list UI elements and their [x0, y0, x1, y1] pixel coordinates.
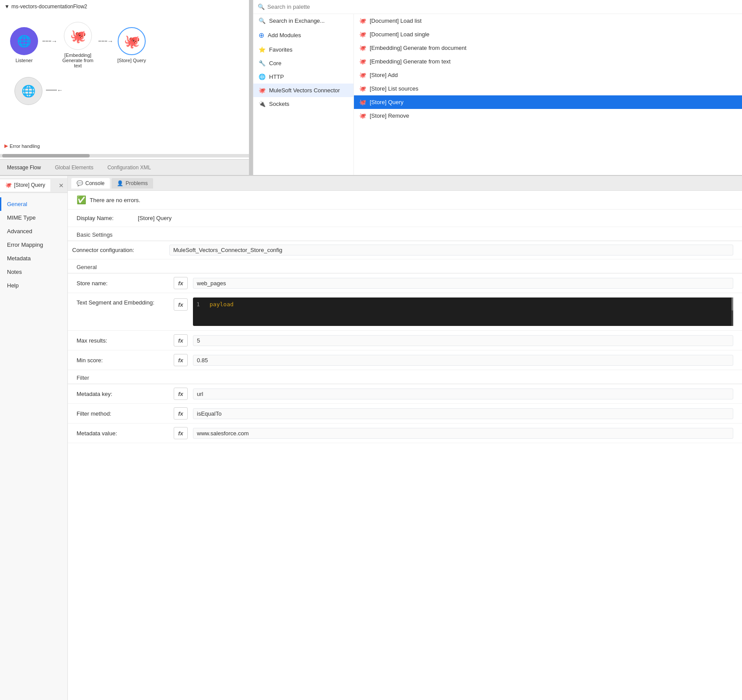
doc-load-list-icon: 🐙	[359, 18, 366, 24]
palette-item-store-query[interactable]: 🐙 [Store] Query	[354, 95, 742, 109]
palette-item-store-remove[interactable]: 🐙 [Store] Remove	[354, 109, 742, 122]
sidebar-item-general[interactable]: General	[0, 197, 67, 211]
problems-icon: 👤	[117, 180, 123, 186]
palette-search-input[interactable]	[267, 4, 738, 10]
palette-search-bar: 🔍	[253, 0, 742, 14]
sockets-label: Sockets	[269, 101, 289, 107]
max-results-label: Max results:	[72, 337, 168, 344]
max-results-value: 5	[193, 335, 733, 346]
core-label: Core	[269, 60, 281, 66]
general-section-header: General	[68, 259, 742, 273]
tab-problems[interactable]: 👤 Problems	[112, 178, 153, 189]
status-bar: ✅ There are no errors.	[68, 191, 742, 210]
error-handling-arrow: ▶	[4, 143, 8, 149]
doc-load-single-label: [Document] Load single	[370, 31, 430, 38]
filter-method-value: isEqualTo	[193, 408, 733, 419]
store-name-value: web_pages	[193, 278, 733, 289]
search-icon: 🔍	[258, 4, 265, 10]
max-results-fx-button[interactable]: fx	[174, 334, 188, 346]
code-editor[interactable]: 1 payload	[193, 298, 733, 326]
palette-item-store-add[interactable]: 🐙 [Store] Add	[354, 68, 742, 82]
palette-item-embedding-from-doc[interactable]: 🐙 [Embedding] Generate from document	[354, 41, 742, 55]
core-icon: 🔧	[259, 60, 266, 66]
line-number-1: 1	[196, 301, 205, 308]
sockets-icon: 🔌	[259, 101, 266, 107]
store-list-sources-label: [Store] List sources	[370, 85, 418, 92]
palette-item-doc-load-list[interactable]: 🐙 [Document] Load list	[354, 14, 742, 28]
flow-tabs-bar: Message Flow Global Elements Configurati…	[0, 159, 249, 175]
sidebar-item-help[interactable]: Help	[0, 279, 67, 292]
store-list-sources-icon: 🐙	[359, 85, 366, 92]
globe-icon: 🌐	[17, 35, 31, 48]
scrollbar-thumb[interactable]	[2, 154, 90, 158]
text-segment-fx-button[interactable]: fx	[174, 298, 188, 311]
horizontal-scrollbar[interactable]	[0, 154, 249, 158]
flow-canvas: ▼ ms-vectors-documentationFlow2 🌐 Listen…	[0, 0, 249, 175]
min-score-value: 0.85	[193, 355, 733, 366]
max-results-row: Max results: fx 5	[68, 331, 742, 350]
palette-item-mulesoft-vectors[interactable]: 🐙 MuleSoft Vectors Connector	[253, 84, 354, 97]
connector-config-row: Connector configuration: MuleSoft_Vector…	[68, 241, 742, 259]
status-ok-icon: ✅	[77, 195, 86, 205]
store-name-row: Store name: fx web_pages	[68, 273, 742, 293]
min-score-label: Min score:	[72, 357, 168, 364]
bottom-area: 🐙 [Store] Query ✕ General MIME Type Adva…	[0, 175, 742, 700]
tab-message-flow[interactable]: Message Flow	[0, 161, 48, 174]
palette-item-search-exchange[interactable]: 🔍 Search in Exchange...	[253, 14, 354, 28]
sidebar-item-notes[interactable]: Notes	[0, 265, 67, 279]
embedding-from-doc-icon: 🐙	[359, 45, 366, 51]
metadata-value-label: Metadata value:	[72, 430, 168, 437]
tab-global-elements[interactable]: Global Elements	[48, 161, 100, 174]
store-query-node[interactable]: 🐙 [Store] Query	[114, 27, 149, 63]
palette-item-add-modules[interactable]: ⊕ Add Modules	[253, 28, 354, 43]
sidebar-tab-bar: 🐙 [Store] Query ✕	[0, 178, 67, 193]
text-segment-row: Text Segment and Embedding: fx 1 payload	[68, 293, 742, 331]
mulesoft-vectors-icon: 🐙	[259, 87, 266, 94]
sidebar-item-error-mapping[interactable]: Error Mapping	[0, 238, 67, 252]
code-editor-scrollbar[interactable]	[732, 298, 733, 326]
flow-collapse-arrow[interactable]: ▼	[4, 4, 10, 10]
sidebar-nav: General MIME Type Advanced Error Mapping…	[0, 193, 67, 297]
connector-config-value: MuleSoft_Vectors_Connector_Store_config	[169, 245, 733, 256]
palette-item-core[interactable]: 🔧 Core	[253, 56, 354, 70]
sidebar-item-advanced[interactable]: Advanced	[0, 224, 67, 238]
http-icon: 🌐	[259, 74, 266, 80]
store-name-fx-button[interactable]: fx	[174, 277, 188, 289]
metadata-key-fx-button[interactable]: fx	[174, 388, 188, 400]
sidebar-item-mime-type[interactable]: MIME Type	[0, 211, 67, 224]
palette-item-http[interactable]: 🌐 HTTP	[253, 70, 354, 84]
code-editor-scrollbar-thumb[interactable]	[732, 298, 733, 311]
min-score-fx-button[interactable]: fx	[174, 354, 188, 366]
palette-item-favorites[interactable]: ⭐ Favorites	[253, 43, 354, 56]
palette-item-doc-load-single[interactable]: 🐙 [Document] Load single	[354, 28, 742, 41]
tab-store-query[interactable]: 🐙 [Store] Query	[0, 179, 50, 192]
second-listener-node[interactable]: 🌐	[11, 77, 46, 105]
tab-console[interactable]: 💬 Console	[71, 178, 110, 189]
mulesoft-vectors-label: MuleSoft Vectors Connector	[269, 87, 340, 94]
vertical-splitter[interactable]	[249, 0, 253, 175]
octopus-icon: 🐙	[70, 28, 86, 44]
filter-method-fx-button[interactable]: fx	[174, 407, 188, 420]
listener-node[interactable]: 🌐 Listener	[7, 27, 42, 63]
filter-method-label: Filter method:	[72, 410, 168, 417]
problems-label: Problems	[126, 180, 148, 186]
palette-item-embedding-from-text[interactable]: 🐙 [Embedding] Generate from text	[354, 55, 742, 68]
embedding-node[interactable]: 🐙 [Embedding] Generate from text	[58, 22, 98, 68]
store-query-tab-icon: 🐙	[5, 182, 12, 188]
palette-item-store-list-sources[interactable]: 🐙 [Store] List sources	[354, 82, 742, 95]
text-segment-label: Text Segment and Embedding:	[72, 298, 168, 306]
store-remove-icon: 🐙	[359, 112, 366, 119]
favorites-icon: ⭐	[259, 46, 266, 53]
console-icon: 💬	[77, 180, 83, 186]
sidebar-item-metadata[interactable]: Metadata	[0, 252, 67, 265]
tab-close-button[interactable]: ✕	[55, 182, 67, 189]
palette-item-sockets[interactable]: 🔌 Sockets	[253, 97, 354, 111]
left-sidebar: 🐙 [Store] Query ✕ General MIME Type Adva…	[0, 176, 68, 700]
doc-load-list-label: [Document] Load list	[370, 18, 422, 24]
code-payload: payload	[210, 301, 234, 308]
console-label: Console	[85, 180, 105, 186]
tab-configuration-xml[interactable]: Configuration XML	[100, 161, 158, 174]
error-handling[interactable]: ▶ Error handling	[4, 143, 40, 149]
metadata-value-row: Metadata value: fx www.salesforce.com	[68, 424, 742, 443]
metadata-value-fx-button[interactable]: fx	[174, 427, 188, 439]
